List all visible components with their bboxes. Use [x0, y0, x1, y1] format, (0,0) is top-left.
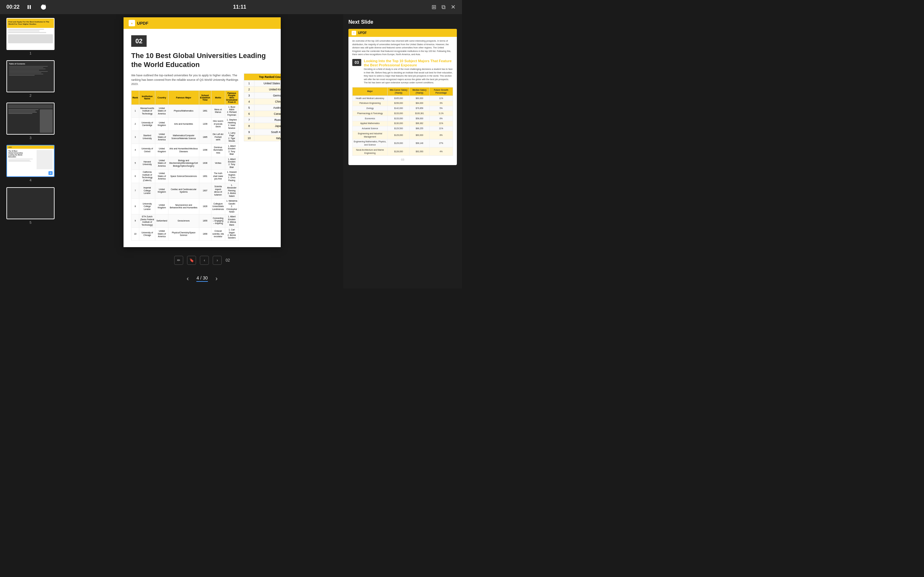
next-slide-button[interactable]: ›	[213, 256, 222, 265]
rank-country: Germany	[254, 93, 281, 99]
rank-number: 8	[244, 123, 254, 129]
list-item: 8 Japan	[244, 123, 281, 129]
top-bar: 00:22 11:11 ⊞ ⧉ ✕	[0, 0, 462, 14]
list-item: Engineering and Industrial Management $1…	[352, 131, 453, 139]
thumbnail-1[interactable]: Find and Apply For the Best Institutes I…	[0, 17, 61, 56]
cell-year: 1885	[199, 131, 211, 144]
right-panel: Next Slide ▲ UPDF An overview of the top…	[343, 14, 462, 288]
cell-famous: 1. Stephen Hawking 2. Isaac Newton	[225, 118, 238, 131]
cell-name: Imperial College London	[139, 183, 155, 199]
ns-cell-median: $98,148	[410, 139, 430, 147]
ns-table: Major Mid-Career Salary (Yearly) Median …	[352, 87, 453, 156]
table-row: 6 California Institute of Technology (Ca…	[132, 170, 239, 183]
cell-country: Switzerland	[155, 214, 168, 227]
ns-col-major: Major	[352, 87, 388, 96]
table-row: 8 University College London United Kingd…	[132, 199, 239, 214]
cell-famous: 1. Carl Sagan 2. Bernie Sanders	[225, 227, 238, 241]
cell-name: Stanford University	[139, 131, 155, 144]
slide-view: ▲ UPDF 02 The 10 Best Global Universitie…	[124, 17, 281, 247]
cell-country: United States of America	[155, 170, 168, 183]
rank-country: Russia	[254, 117, 281, 123]
cell-rank: 5	[132, 157, 139, 170]
ns-section-text: Deciding on a field of study is one of t…	[364, 68, 453, 85]
ns-col-mid: Mid-Career Salary (Yearly)	[388, 87, 410, 96]
thumbnail-4[interactable]: UPDF The 10 BestGlobal UniversitiesLeadi…	[0, 143, 61, 183]
split-view-button[interactable]: ⧉	[441, 4, 446, 11]
cell-country: United Kingdom	[155, 183, 168, 199]
ns-page-label: 03	[352, 158, 453, 162]
ns-cell-growth: 3%	[429, 101, 453, 106]
rank-country: United Kingdom	[254, 87, 281, 93]
thumb-frame-4: UPDF The 10 BestGlobal UniversitiesLeadi…	[6, 145, 55, 177]
cell-rank: 4	[132, 143, 139, 157]
cell-country: United Kingdom	[155, 118, 168, 131]
thumbnail-2[interactable]: Table of Contents 2	[0, 59, 61, 99]
list-item: 5 Australia	[244, 105, 281, 111]
close-button[interactable]: ✕	[451, 3, 456, 11]
nav-prev-button[interactable]: ‹	[187, 275, 189, 282]
ns-cell-major: Actuarial Science	[352, 126, 388, 131]
list-item: 3 Germany	[244, 93, 281, 99]
prev-slide-button[interactable]: ‹	[200, 256, 209, 265]
col-rank: Rank	[132, 90, 139, 105]
cell-name: University of Oxford	[139, 143, 155, 157]
ns-cell-growth: 6%	[429, 116, 453, 121]
ns-cell-major: Petroleum Engineering	[352, 101, 388, 106]
ns-cell-major: Economics	[352, 116, 388, 121]
edit-button[interactable]: ✏	[174, 256, 183, 265]
slide-header: ▲ UPDF	[124, 17, 281, 29]
ns-cell-mid: $156,000	[388, 101, 410, 106]
grid-view-button[interactable]: ⊞	[431, 3, 436, 11]
col-country: Country	[155, 90, 168, 105]
refresh-button[interactable]	[39, 3, 48, 11]
ns-logo-box: ▲	[352, 31, 356, 35]
cell-country: United States of America	[155, 131, 168, 144]
cell-famous: 1. Mahatma Gandhi 2. Christopher Nolan	[225, 199, 238, 214]
cell-major: Biology and Biochemistry/Microbiology/Ce…	[168, 157, 199, 170]
top-bar-right: ⊞ ⧉ ✕	[431, 3, 456, 11]
ns-cell-mid: $133,000	[388, 116, 410, 121]
ns-cell-median: $92,093	[410, 147, 430, 156]
ns-cell-median: $58,000	[410, 116, 430, 121]
nav-next-button[interactable]: ›	[216, 275, 218, 282]
bookmark-button[interactable]: 🔖	[187, 256, 196, 265]
cell-name: University of Cambridge	[139, 118, 155, 131]
cell-major: Physics/Chemistry/Space Science	[168, 227, 199, 241]
ns-cell-major: Applied Mathematics	[352, 121, 388, 126]
rank-number: 10	[244, 135, 254, 141]
rank-country: United States of America	[254, 81, 281, 87]
thumb-frame-5	[6, 187, 55, 219]
cell-motto: Hinc lucem et pocula sacra	[211, 118, 225, 131]
list-item: 10 Italy	[244, 135, 281, 141]
thumbnail-3[interactable]: 3	[0, 101, 61, 141]
thumb-number-5: 5	[29, 221, 31, 224]
page-indicator: 4 / 30	[196, 276, 208, 282]
cell-year: 1209	[199, 118, 211, 131]
cell-motto: Die Luft der Freiheit weht	[211, 131, 225, 144]
logo-box: ▲	[129, 20, 135, 26]
cell-year: 1890	[199, 227, 211, 241]
list-item: 1 United States of America	[244, 81, 281, 87]
slide-title: The 10 Best Global Universities Leading …	[131, 51, 273, 69]
thumb-number-4: 4	[29, 178, 31, 182]
cell-year: 1826	[199, 199, 211, 214]
cell-major: Arts and Humanities/Infectious Diseases	[168, 143, 199, 157]
rank-country: Japan	[254, 123, 281, 129]
col-motto: Motto	[211, 90, 225, 105]
cell-major: Space Science/Geosciences	[168, 170, 199, 183]
cell-rank: 3	[132, 131, 139, 144]
ns-cell-growth: 8%	[429, 131, 453, 139]
ns-cell-mid: $142,000	[388, 106, 410, 111]
ns-logo-text: UPDF	[358, 31, 367, 35]
top-bar-left: 00:22	[6, 3, 48, 11]
ns-section-content: Looking Into the Top 10 Subject Majors T…	[364, 59, 453, 85]
svg-rect-0	[27, 5, 29, 9]
main-content: Find and Apply For the Best Institutes I…	[0, 14, 462, 288]
pause-button[interactable]	[25, 3, 34, 11]
list-item: Health and Medical Laboratory $165,000 $…	[352, 96, 453, 101]
thumbnail-5[interactable]: 5	[0, 186, 61, 226]
list-item: Actuarial Science $129,500 $88,255 21%	[352, 126, 453, 131]
slide-left: We have outlined the top-ranked universi…	[131, 73, 239, 241]
cell-country: United States of America	[155, 227, 168, 241]
ns-cell-mid: $129,500	[388, 126, 410, 131]
